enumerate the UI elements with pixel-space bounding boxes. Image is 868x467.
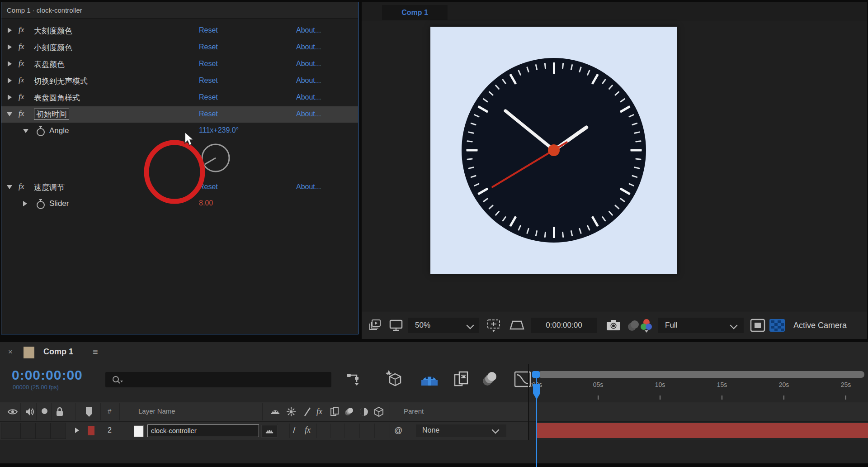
shy-icon[interactable] xyxy=(420,370,439,388)
about-link[interactable]: About... xyxy=(296,76,321,85)
collapse-triangle-icon[interactable] xyxy=(7,185,12,189)
column-index[interactable]: # xyxy=(108,407,111,415)
view-layout-dropdown[interactable]: Active Camera xyxy=(793,318,847,333)
angle-param-row[interactable]: Angle 111x+239.0° xyxy=(1,123,358,139)
fx-column-icon[interactable]: fx xyxy=(316,407,322,416)
layer-solid-swatch[interactable] xyxy=(134,425,144,437)
close-icon[interactable]: × xyxy=(8,348,13,357)
playhead-triangle[interactable] xyxy=(533,393,540,400)
collapse-triangle-icon[interactable] xyxy=(7,112,12,116)
about-link[interactable]: About... xyxy=(296,183,321,191)
layer-duration-bar[interactable] xyxy=(536,423,868,438)
reset-link[interactable]: Reset xyxy=(199,93,218,101)
expand-triangle-icon[interactable] xyxy=(8,61,12,67)
monitor-icon[interactable] xyxy=(389,318,403,333)
effect-row[interactable]: fx 切换到无声模式 Reset About... xyxy=(1,73,358,89)
effect-name[interactable]: 小刻度颜色 xyxy=(34,43,72,53)
angle-value[interactable]: 111x+239.0° xyxy=(199,126,239,134)
shy-column-icon[interactable] xyxy=(270,407,280,416)
collapse-triangle-icon[interactable] xyxy=(23,129,28,133)
video-eye-icon[interactable] xyxy=(7,408,18,416)
effect-row-selected[interactable]: fx 初始时间 Reset About... xyxy=(1,106,358,123)
effect-row[interactable]: fx 表盘颜色 Reset About... xyxy=(1,56,358,72)
expand-triangle-icon[interactable] xyxy=(8,44,12,50)
effect-row[interactable]: fx 表盘圆角样式 Reset About... xyxy=(1,90,358,106)
reset-link[interactable]: Reset xyxy=(199,26,218,34)
lock-icon[interactable] xyxy=(55,406,64,417)
about-link[interactable]: About... xyxy=(296,60,321,68)
about-link[interactable]: About... xyxy=(296,43,321,51)
graph-editor-icon[interactable] xyxy=(513,370,532,388)
cube-3d-column-icon[interactable] xyxy=(373,406,384,417)
transparency-grid-icon[interactable] xyxy=(769,318,786,333)
timeline-tab[interactable]: Comp 1 xyxy=(43,347,73,357)
draft-3d-icon[interactable] xyxy=(384,370,403,388)
reset-link[interactable]: Reset xyxy=(199,60,218,68)
audio-switch-cell[interactable] xyxy=(20,423,35,439)
expand-triangle-icon[interactable] xyxy=(8,95,12,100)
composition-viewport[interactable] xyxy=(362,21,867,311)
column-parent[interactable]: Parent xyxy=(404,407,424,415)
region-of-interest-icon[interactable] xyxy=(486,318,501,333)
always-preview-icon[interactable] xyxy=(368,318,382,333)
layer-expand-triangle[interactable] xyxy=(75,428,79,433)
stopwatch-icon[interactable] xyxy=(36,126,46,137)
audio-speaker-icon[interactable] xyxy=(24,407,34,417)
parent-dropdown[interactable]: None xyxy=(416,424,506,437)
layer-fx-switch[interactable]: fx xyxy=(305,425,311,435)
playhead-handle[interactable] xyxy=(533,384,540,394)
label-tag-icon[interactable] xyxy=(84,406,94,417)
effect-name[interactable]: 大刻度颜色 xyxy=(34,26,72,36)
layer-shy-switch[interactable] xyxy=(261,425,278,438)
about-link[interactable]: About... xyxy=(296,26,321,34)
target-region-icon[interactable] xyxy=(750,318,766,333)
layer-quality-switch[interactable]: / xyxy=(293,425,295,435)
panel-menu-icon[interactable]: ≡ xyxy=(93,347,98,357)
motion-blur-column-icon[interactable] xyxy=(344,407,354,417)
quality-column-icon[interactable] xyxy=(304,407,311,417)
motion-blur-icon[interactable] xyxy=(480,370,500,388)
reset-link[interactable]: Reset xyxy=(199,110,218,118)
timeline-search-input[interactable] xyxy=(105,372,331,387)
preview-timecode[interactable]: 0:00:00:00 xyxy=(531,318,597,333)
frame-blending-icon[interactable] xyxy=(452,370,471,388)
video-switch-cell[interactable] xyxy=(1,423,20,439)
solo-switch-cell[interactable] xyxy=(35,423,51,439)
collapse-transform-icon[interactable] xyxy=(287,407,296,416)
solo-icon[interactable] xyxy=(42,408,47,414)
expand-triangle-icon[interactable] xyxy=(8,78,12,83)
parent-pickwhip-icon[interactable]: @ xyxy=(394,426,402,435)
effect-name[interactable]: 切换到无声模式 xyxy=(34,76,88,86)
expand-triangle-icon[interactable] xyxy=(8,28,12,33)
mask-visibility-icon[interactable] xyxy=(509,318,525,333)
stopwatch-icon[interactable] xyxy=(36,199,46,210)
expand-triangle-icon[interactable] xyxy=(23,201,27,206)
current-time-display[interactable]: 0:00:00:00 xyxy=(12,367,83,383)
frame-blend-column-icon[interactable] xyxy=(330,406,339,417)
navigator-start-handle[interactable] xyxy=(532,371,540,378)
resolution-dropdown[interactable]: Full xyxy=(658,318,744,333)
reset-link[interactable]: Reset xyxy=(199,43,218,51)
effect-name[interactable]: 表盘圆角样式 xyxy=(34,93,80,103)
channel-rgb-icon[interactable] xyxy=(638,318,655,333)
snapshot-camera-icon[interactable] xyxy=(606,318,621,333)
layer-row[interactable]: 2 clock-controller / fx @ None xyxy=(0,422,528,440)
layer-label-color[interactable] xyxy=(88,426,94,435)
about-link[interactable]: About... xyxy=(296,93,321,101)
effect-row[interactable]: fx 小刻度颜色 Reset About... xyxy=(1,39,358,56)
composition-tab[interactable]: Comp 1 xyxy=(382,5,448,20)
mini-flowchart-icon[interactable] xyxy=(346,370,364,388)
effect-name[interactable]: 初始时间 xyxy=(34,109,69,120)
reset-link[interactable]: Reset xyxy=(199,76,218,85)
effect-row[interactable]: fx 大刻度颜色 Reset About... xyxy=(1,23,358,39)
effect-name[interactable]: 速度调节 xyxy=(34,182,65,193)
adjustment-layer-column-icon[interactable] xyxy=(359,407,369,417)
about-link[interactable]: About... xyxy=(296,110,321,118)
time-navigator-bar[interactable] xyxy=(538,371,864,378)
column-layer-name[interactable]: Layer Name xyxy=(138,407,175,415)
composition-canvas[interactable] xyxy=(430,27,677,274)
layer-name-field[interactable]: clock-controller xyxy=(147,424,259,437)
magnification-dropdown[interactable]: 50% xyxy=(408,318,479,333)
lock-switch-cell[interactable] xyxy=(51,423,66,439)
effect-name[interactable]: 表盘颜色 xyxy=(34,59,65,70)
